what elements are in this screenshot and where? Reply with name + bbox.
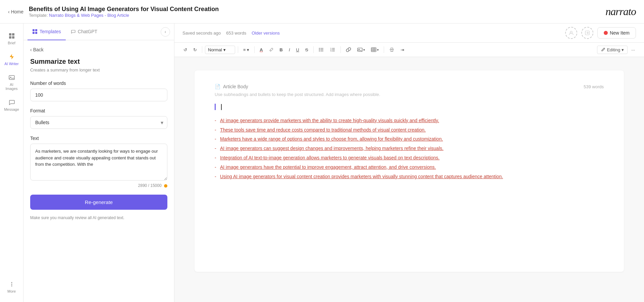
editing-mode-button[interactable]: Editing ▾ — [597, 46, 628, 54]
redo-button[interactable]: ↻ — [191, 46, 199, 54]
avatar-user[interactable] — [565, 27, 577, 39]
svg-point-15 — [319, 48, 319, 49]
highlight-button[interactable] — [267, 46, 276, 54]
editor-paper: 📄 Article Body 539 words Use subheadings… — [195, 70, 624, 272]
editor-topbar-left: Saved seconds ago 653 words Older versio… — [182, 31, 280, 36]
svg-rect-29 — [371, 48, 376, 52]
regenerate-button[interactable]: Re-generate — [30, 195, 167, 210]
chevron-left-icon: ‹ — [8, 9, 10, 14]
tab-templates[interactable]: Templates — [28, 23, 66, 40]
editor-topbar-right: New Item — [565, 27, 636, 39]
text-cursor — [221, 104, 222, 110]
header-left: ‹ Home Benefits of Using AI Image Genera… — [8, 6, 219, 18]
undo-button[interactable]: ↺ — [181, 46, 190, 54]
svg-rect-3 — [12, 36, 14, 39]
toolbar-divider-6 — [384, 46, 384, 53]
svg-point-8 — [11, 286, 12, 287]
sidebar-item-ai-writer[interactable]: AI Writer — [2, 50, 22, 69]
templates-icon — [32, 29, 38, 34]
sidebar-item-more[interactable]: More — [2, 277, 22, 297]
svg-point-28 — [359, 49, 360, 50]
panel-tabs: Templates ChatGPT ‹ — [23, 23, 174, 40]
list-item: Using AI image generators for visual con… — [215, 173, 604, 181]
orange-dot-indicator — [164, 184, 167, 188]
words-count: 653 words — [226, 31, 246, 36]
list-item: AI image generators provide marketers wi… — [215, 117, 604, 125]
section-desc: Creates a summary from longer text — [30, 67, 167, 72]
text-color-button[interactable]: A — [257, 46, 265, 54]
format-select-wrap: Bullets Paragraph Numbered ▾ — [30, 116, 167, 129]
tab-chatgpt[interactable]: ChatGPT — [66, 23, 102, 40]
toolbar-divider-4 — [313, 46, 314, 53]
chevron-down-icon: ▾ — [622, 47, 624, 52]
text-form-group: Text As marketers, we are constantly loo… — [30, 136, 167, 188]
svg-rect-1 — [12, 33, 14, 36]
panel-collapse-button[interactable]: ‹ — [161, 27, 170, 37]
text-textarea[interactable]: As marketers, we are constantly looking … — [30, 144, 167, 181]
doc-title: Benefits of Using AI Image Generators fo… — [29, 6, 219, 13]
table-button[interactable]: ▾ — [369, 45, 381, 54]
svg-point-7 — [11, 284, 12, 285]
underline-button[interactable]: U — [294, 46, 302, 54]
grid-icon — [8, 32, 15, 40]
bullet-list: AI image generators provide marketers wi… — [215, 117, 604, 181]
narrato-logo: narrato — [605, 5, 636, 18]
strikethrough2-button[interactable] — [387, 45, 397, 54]
text-counter: 2890 / 15000 — [30, 183, 167, 188]
align-button[interactable]: ≡ ▾ — [241, 46, 252, 54]
bullet-list-button[interactable] — [316, 45, 326, 54]
style-select[interactable]: Normal ▾ — [205, 46, 235, 54]
chatgpt-icon — [70, 29, 76, 34]
main-layout: Brief AI Writer AI Images — [0, 23, 644, 302]
words-input[interactable] — [30, 89, 167, 101]
chevron-left-icon: ‹ — [30, 47, 32, 52]
sidebar-item-message[interactable]: Message — [2, 95, 22, 115]
back-button[interactable]: ‹ Back — [30, 47, 167, 52]
home-label: Home — [11, 9, 23, 14]
image-insert-button[interactable]: ▾ — [355, 45, 367, 54]
article-body-label: 📄 Article Body — [215, 84, 248, 89]
new-item-button[interactable]: New Item — [597, 27, 636, 39]
list-item: AI image generators have the potential t… — [215, 163, 604, 171]
document-icon: 📄 — [215, 84, 220, 89]
svg-text:3.: 3. — [330, 50, 332, 52]
svg-point-13 — [570, 31, 572, 33]
format-select[interactable]: Bullets Paragraph Numbered — [30, 116, 167, 129]
numbered-list-button[interactable]: 1.2.3. — [328, 45, 338, 54]
pen-icon — [601, 47, 605, 52]
article-body-hint: Use subheadings and bullets to keep the … — [215, 92, 604, 97]
older-versions-link[interactable]: Older versions — [252, 31, 280, 36]
bold-button[interactable]: B — [277, 46, 285, 54]
ai-disclaimer: Make sure you manually review all AI gen… — [30, 215, 167, 221]
svg-point-17 — [319, 49, 319, 50]
toolbar-divider-2 — [238, 46, 238, 53]
panel-content: ‹ Back Summarize text Creates a summary … — [23, 40, 174, 302]
toolbar-divider-1 — [202, 46, 202, 53]
icon-sidebar: Brief AI Writer AI Images — [0, 23, 23, 302]
home-link[interactable]: ‹ Home — [8, 9, 23, 14]
editor-cursor-area[interactable] — [215, 104, 604, 110]
svg-point-19 — [319, 51, 319, 51]
list-item: AI image generators can suggest design c… — [215, 145, 604, 153]
article-word-count: 539 words — [584, 84, 604, 89]
indent-button[interactable]: ⇥ — [398, 46, 407, 54]
link-button[interactable] — [343, 45, 354, 54]
strikethrough-button[interactable]: S — [303, 46, 311, 54]
sidebar-item-brief[interactable]: Brief — [2, 29, 22, 48]
template-link[interactable]: Narrato Blogs & Web Pages - Blog Article — [49, 13, 129, 18]
list-item: Integration of AI text-to-image generati… — [215, 154, 604, 162]
editor-area: Saved seconds ago 653 words Older versio… — [174, 23, 644, 302]
list-item: These tools save time and reduce costs c… — [215, 126, 604, 134]
toolbar-divider-5 — [340, 46, 341, 53]
more-options-button[interactable]: ··· — [629, 46, 637, 54]
svg-rect-4 — [9, 76, 14, 80]
words-form-group: Number of words — [30, 81, 167, 101]
words-label: Number of words — [30, 81, 167, 86]
editor-toolbar: ↺ ↻ Normal ▾ ≡ ▾ A B I U S 1.2.3. — [174, 43, 644, 57]
sidebar-item-ai-images[interactable]: AI Images — [2, 70, 22, 94]
chat-icon — [8, 99, 15, 106]
italic-button[interactable]: I — [286, 46, 292, 54]
chevron-down-icon: ▾ — [223, 47, 226, 52]
avatar-share[interactable] — [581, 27, 593, 39]
format-form-group: Format Bullets Paragraph Numbered ▾ — [30, 108, 167, 129]
